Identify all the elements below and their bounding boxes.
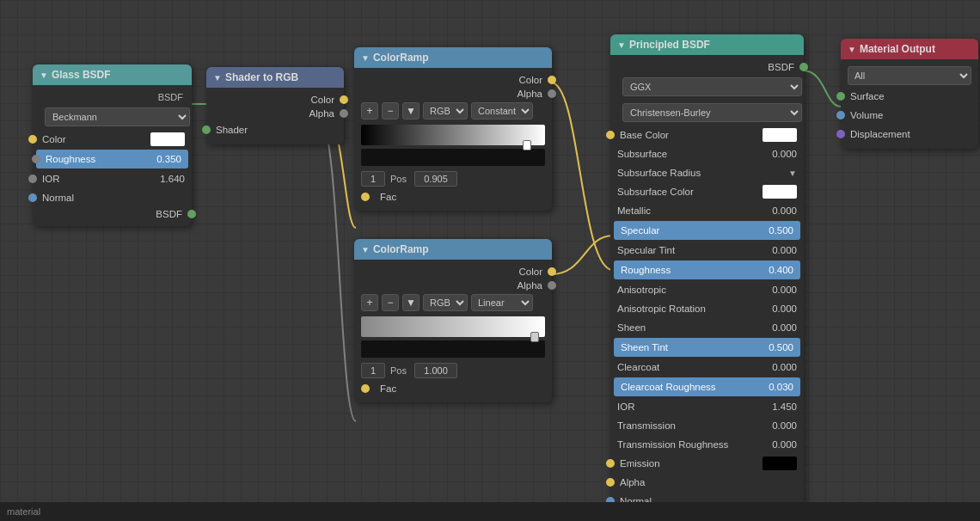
colorramp-top-menu-btn[interactable]: ▼ xyxy=(402,102,420,120)
principled-subsurface-radius-row: Subsurface Radius ▼ xyxy=(610,163,804,182)
glass-normal-row: Normal xyxy=(33,188,192,207)
principled-anisotropic-row: Anisotropic 0.000 xyxy=(610,280,804,299)
principled-bsdf-out-row: BSDF xyxy=(610,60,804,74)
colorramp-top-alpha-out: Alpha xyxy=(354,87,552,101)
colorramp-top-alpha-label: Alpha xyxy=(361,89,542,99)
principled-anisotropic-rotation-label: Anisotropic Rotation xyxy=(617,303,769,314)
principled-specular-tint-row: Specular Tint 0.000 xyxy=(610,241,804,260)
shader-color-out-socket xyxy=(340,95,348,104)
colorramp-top-gradient xyxy=(361,125,545,145)
principled-subsurface-color-swatch[interactable] xyxy=(763,185,797,199)
colorramp-top-pos-label: Pos xyxy=(390,174,409,184)
colorramp-top-interp-select[interactable]: ConstantLinearEaseCardinalB-Spline xyxy=(471,102,533,120)
principled-transmission-roughness-label: Transmission Roughness xyxy=(617,439,769,450)
glass-normal-label: Normal xyxy=(42,193,185,203)
mat-displacement-socket xyxy=(836,130,845,138)
colorramp-bot-slider[interactable] xyxy=(530,332,539,342)
colorramp-bot-interp-select[interactable]: LinearConstantEaseCardinalB-Spline xyxy=(471,294,533,311)
colorramp-top-remove-btn[interactable]: − xyxy=(382,102,399,120)
colorramp-bot-arrow[interactable]: ▼ xyxy=(361,245,370,254)
glass-color-socket xyxy=(28,135,37,144)
mat-volume-label: Volume xyxy=(850,110,971,120)
principled-ior-row: IOR 1.450 xyxy=(610,397,804,416)
shader-color-out-row: Color xyxy=(206,93,344,107)
shader-collapse-arrow[interactable]: ▼ xyxy=(213,73,222,83)
principled-subsurface-value: 0.000 xyxy=(772,149,797,159)
principled-bsdf-node: ▼ Principled BSDF BSDF GGXMultiscatter G… xyxy=(610,34,804,521)
glass-color-swatch[interactable] xyxy=(150,132,185,146)
principled-ior-value: 1.450 xyxy=(772,401,797,412)
glass-distribution-select[interactable]: Beckmann GGX Multiscatter GGX xyxy=(45,107,190,126)
principled-subsurface-radius-label: Subsurface Radius xyxy=(617,168,788,178)
colorramp-bot-alpha-label: Alpha xyxy=(361,280,542,291)
colorramp-top-black-bar xyxy=(361,149,545,166)
mat-output-collapse-arrow[interactable]: ▼ xyxy=(848,45,856,54)
principled-clearcoat-row: Clearcoat 0.000 xyxy=(610,358,804,377)
colorramp-top-index-field[interactable] xyxy=(361,171,385,187)
colorramp-bot-remove-btn[interactable]: − xyxy=(382,294,399,311)
principled-distribution-select[interactable]: GGXMultiscatter GGX xyxy=(622,77,802,96)
glass-color-label: Color xyxy=(42,134,147,144)
shader-to-rgb-title: Shader to RGB xyxy=(225,71,298,83)
principled-specular-tint-value: 0.000 xyxy=(772,245,797,255)
principled-subsurface-row: Subsurface 0.000 xyxy=(610,144,804,163)
principled-alpha-socket xyxy=(606,478,615,487)
glass-bsdf-label: BSDF xyxy=(33,90,192,104)
material-output-body: AllEeveeCycles Surface Volume Displaceme… xyxy=(841,59,978,149)
material-output-target-select[interactable]: AllEeveeCycles xyxy=(848,66,971,85)
principled-base-color-row: Base Color xyxy=(610,126,804,144)
colorramp-top-add-btn[interactable]: + xyxy=(361,102,378,120)
colorramp-bot-title: ColorRamp xyxy=(373,243,429,255)
mat-displacement-row: Displacement xyxy=(841,125,978,144)
shader-in-socket xyxy=(202,126,211,134)
colorramp-top-rgb-select[interactable]: RGBHSVHSL xyxy=(423,102,468,120)
glass-ior-socket xyxy=(28,175,37,183)
node-collapse-arrow[interactable]: ▼ xyxy=(40,70,48,80)
principled-subsurface-radius-arrow: ▼ xyxy=(788,169,797,178)
colorramp-bot-menu-btn[interactable]: ▼ xyxy=(402,294,420,311)
colorramp-top-pos-value[interactable] xyxy=(414,171,457,187)
colorramp-top-title: ColorRamp xyxy=(373,52,429,64)
colorramp-bot-rgb-select[interactable]: RGBHSVHSL xyxy=(423,294,468,311)
principled-base-color-label: Base Color xyxy=(620,130,759,140)
colorramp-bot-pos-value[interactable] xyxy=(414,363,457,378)
mat-displacement-label: Displacement xyxy=(850,129,971,139)
principled-anisotropic-label: Anisotropic xyxy=(617,285,769,295)
principled-specular-value: 0.500 xyxy=(769,225,793,236)
colorramp-bot-pos-label: Pos xyxy=(390,365,409,376)
shader-in-label: Shader xyxy=(216,125,337,135)
colorramp-top-slider[interactable] xyxy=(523,140,531,150)
principled-subsurface-select[interactable]: Christensen-BurleyRandom Walk xyxy=(622,103,802,122)
principled-alpha-row: Alpha xyxy=(610,473,804,492)
glass-roughness-label: Roughness xyxy=(46,154,153,164)
status-text: material xyxy=(7,506,40,517)
colorramp-top-color-out: Color xyxy=(354,73,552,87)
colorramp-top-alpha-socket xyxy=(548,89,556,98)
colorramp-bot-index-field[interactable] xyxy=(361,363,385,378)
principled-clearcoat-label: Clearcoat xyxy=(617,362,769,372)
principled-subsurface-color-row: Subsurface Color xyxy=(610,182,804,201)
principled-ior-label: IOR xyxy=(617,401,769,412)
principled-anisotropic-rotation-value: 0.000 xyxy=(772,303,797,314)
principled-emission-label: Emission xyxy=(620,458,759,469)
colorramp-top-body: Color Alpha + − ▼ RGBHSVHSL ConstantLine… xyxy=(354,68,552,211)
status-bar: material xyxy=(0,502,980,521)
glass-ior-row: IOR 1.640 xyxy=(33,169,192,188)
colorramp-bot-add-btn[interactable]: + xyxy=(361,294,378,311)
shader-to-rgb-node: ▼ Shader to RGB Color Alpha Shader xyxy=(206,67,344,144)
colorramp-bot-alpha-socket xyxy=(548,281,556,290)
principled-metallic-label: Metallic xyxy=(617,205,769,216)
colorramp-top-arrow[interactable]: ▼ xyxy=(361,53,370,63)
principled-base-color-swatch[interactable] xyxy=(763,128,797,142)
principled-anisotropic-rotation-row: Anisotropic Rotation 0.000 xyxy=(610,299,804,318)
principled-anisotropic-value: 0.000 xyxy=(772,285,797,295)
principled-collapse-arrow[interactable]: ▼ xyxy=(617,40,626,50)
shader-alpha-out-socket xyxy=(340,109,348,118)
principled-emission-swatch[interactable] xyxy=(763,457,797,470)
colorramp-top-fac-label: Fac xyxy=(380,192,545,202)
glass-out-label: BSDF xyxy=(40,209,182,219)
glass-out-row: BSDF xyxy=(33,207,192,221)
colorramp-top-color-socket xyxy=(548,76,556,84)
shader-alpha-out-label: Alpha xyxy=(213,108,334,119)
glass-color-row: Color xyxy=(33,130,192,149)
